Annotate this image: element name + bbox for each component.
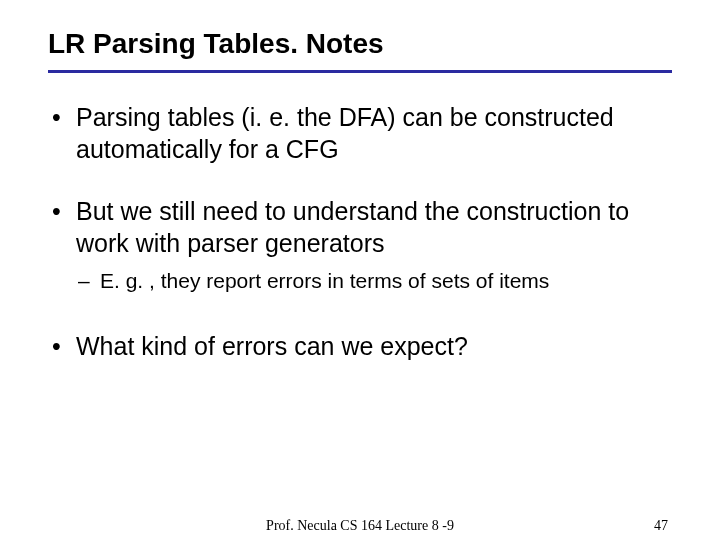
sub-bullet-text: E. g. , they report errors in terms of s… (100, 267, 549, 294)
bullet-item: • Parsing tables (i. e. the DFA) can be … (52, 101, 668, 165)
bullet-item: • What kind of errors can we expect? (52, 330, 668, 362)
slide-content: • Parsing tables (i. e. the DFA) can be … (48, 101, 672, 362)
footer-center: Prof. Necula CS 164 Lecture 8 -9 (266, 518, 454, 534)
slide-title: LR Parsing Tables. Notes (48, 28, 672, 60)
bullet-marker: • (52, 330, 76, 362)
sub-bullet-item: – E. g. , they report errors in terms of… (78, 267, 668, 294)
page-number: 47 (654, 518, 668, 534)
bullet-text: But we still need to understand the cons… (76, 195, 668, 259)
bullet-item: • But we still need to understand the co… (52, 195, 668, 259)
bullet-marker: • (52, 195, 76, 227)
sub-bullet-marker: – (78, 267, 100, 294)
bullet-text: What kind of errors can we expect? (76, 330, 668, 362)
bullet-text: Parsing tables (i. e. the DFA) can be co… (76, 101, 668, 165)
bullet-marker: • (52, 101, 76, 133)
title-underline (48, 70, 672, 73)
slide: LR Parsing Tables. Notes • Parsing table… (0, 0, 720, 540)
